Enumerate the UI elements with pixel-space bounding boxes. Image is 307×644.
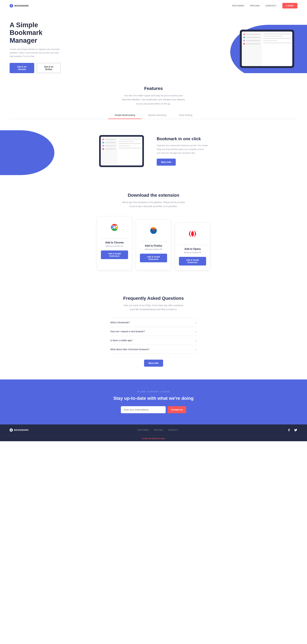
creator-text: Created By @parashcodes: [9, 438, 298, 440]
tab-simple-bookmarking[interactable]: Simple Bookmarking: [108, 112, 141, 119]
mockup-sidebar: [101, 137, 117, 166]
hero-subtitle: A clean and simple interface to organize…: [9, 48, 61, 58]
opera-version: Minimum version 46: [184, 252, 201, 254]
faq-item-3[interactable]: Is there a mobile app? ⌄: [110, 336, 197, 345]
chrome-divider: [101, 238, 128, 238]
chrome-card: Add to Chrome Minimum version 62 Add & I…: [97, 216, 132, 270]
bookmark-more-info-button[interactable]: More Info: [157, 158, 176, 166]
newsletter-badge: 35,000+ ALREADY JOINED: [9, 391, 298, 392]
firefox-title: Add to Firefox: [145, 244, 162, 247]
extension-cards: Add to Chrome Minimum version 62 Add & I…: [9, 216, 298, 270]
opera-icon: [187, 229, 198, 239]
footer-social: [287, 428, 298, 432]
faq-more-info-button[interactable]: More Info: [144, 360, 163, 367]
chevron-down-icon-3: ⌄: [195, 339, 197, 342]
get-chrome-button[interactable]: Get it on chrome: [9, 63, 34, 73]
faq-subtitle: Here are some of our FAQs. If you have a…: [121, 304, 186, 312]
mockup-screen: [101, 137, 142, 166]
nav-features[interactable]: FEATURES: [232, 4, 244, 7]
bookmark-blob: [0, 130, 54, 175]
chrome-icon: [109, 222, 120, 232]
opera-title: Add to Opera: [184, 248, 201, 250]
features-title: Features: [9, 86, 298, 91]
hero-image: [61, 30, 298, 65]
faq-question-3: Is there a mobile app?: [110, 339, 133, 342]
tab-easy-sharing[interactable]: Easy Sharing: [173, 112, 199, 119]
navbar: B BOOKMARK FEATURES PRICING CONTACT LOGI…: [0, 0, 307, 12]
faq-item-2[interactable]: How can I request a new browser? ⌄: [110, 327, 197, 336]
bookmark-mockup: [99, 135, 144, 167]
footer: BOOKMARK FEATURES PRICING CONTACT: [0, 424, 307, 436]
faq-item-1[interactable]: What is Bookmark? ⌄: [110, 318, 197, 327]
features-subtitle: Our aim is to make it quick and easy for…: [121, 94, 186, 106]
tablet-content: [262, 32, 292, 66]
features-section: Features Our aim is to make it quick and…: [0, 73, 307, 126]
nav-contact[interactable]: CONTACT: [266, 4, 277, 7]
contact-us-button[interactable]: Contact us: [168, 406, 186, 413]
logo-text: BOOKMARK: [14, 4, 29, 7]
faq-list: What is Bookmark? ⌄ How can I request a …: [110, 318, 197, 354]
bookmark-title: Bookmark in one click: [157, 136, 208, 141]
feature-tabs: Simple Bookmarking Speedy Searching Easy…: [9, 112, 298, 119]
opera-install-button[interactable]: Add & Install Extension: [179, 257, 206, 266]
download-section: Download the extension We've got more br…: [0, 180, 307, 283]
hero-title: A Simple Bookmark Manager: [9, 21, 61, 44]
tablet-sidebar: [242, 32, 262, 66]
svg-point-9: [191, 230, 194, 237]
newsletter-form: Contact us: [9, 406, 298, 413]
nav-pricing[interactable]: PRICING: [250, 4, 260, 7]
chevron-down-icon-2: ⌄: [195, 330, 197, 333]
twitter-icon[interactable]: [294, 428, 298, 432]
logo-icon: B: [9, 4, 13, 8]
facebook-icon[interactable]: [287, 428, 291, 432]
firefox-icon: [148, 226, 159, 236]
bookmark-section: Bookmark in one click Organize your book…: [0, 126, 307, 180]
download-title: Download the extension: [9, 193, 298, 198]
email-input[interactable]: [121, 406, 166, 413]
login-button[interactable]: LOGIN: [282, 3, 298, 8]
faq-item-4[interactable]: What about other Chromium browsers? ⌄: [110, 345, 197, 354]
firefox-card: Add to Firefox Minimum version 55 Add & …: [136, 220, 171, 270]
download-subtitle: We've got more browsers in the pipeline.…: [121, 200, 186, 208]
faq-title: Frequently Asked Questions: [9, 296, 298, 301]
chevron-down-icon-1: ⌄: [195, 321, 197, 324]
tablet-screen: [242, 32, 292, 66]
footer-contact-link[interactable]: CONTACT: [168, 429, 178, 431]
faq-section: Frequently Asked Questions Here are some…: [0, 283, 307, 380]
newsletter-title: Stay up-to-date with what we're doing: [9, 396, 298, 401]
firefox-divider: [140, 242, 167, 242]
tab-speedy-searching[interactable]: Speedy Searching: [141, 112, 173, 119]
faq-question-4: What about other Chromium browsers?: [110, 348, 149, 351]
logo[interactable]: B BOOKMARK: [9, 4, 29, 8]
mockup-content: [117, 137, 142, 166]
footer-pricing-link[interactable]: PRICING: [154, 429, 163, 431]
footer-logo-text: BOOKMARK: [14, 429, 29, 431]
hero-section: A Simple Bookmark Manager A clean and si…: [0, 12, 307, 73]
hero-buttons: Get it on chrome Get it on firefox: [9, 63, 61, 73]
footer-logo: BOOKMARK: [9, 428, 29, 432]
chrome-install-button[interactable]: Add & Install Extension: [101, 250, 128, 259]
bookmark-text: Bookmark in one click Organize your book…: [157, 136, 208, 166]
creator-bar: Created By @parashcodes: [0, 436, 307, 441]
footer-logo-icon: [9, 428, 13, 432]
footer-features-link[interactable]: FEATURES: [137, 429, 149, 431]
nav-links: FEATURES PRICING CONTACT LOGIN: [232, 3, 298, 8]
opera-divider: [179, 245, 206, 245]
get-firefox-button[interactable]: Get it on firefox: [37, 63, 61, 73]
faq-question-1: What is Bookmark?: [110, 321, 130, 324]
footer-links: FEATURES PRICING CONTACT: [137, 429, 178, 431]
chevron-down-icon-4: ⌄: [195, 348, 197, 351]
hero-text: A Simple Bookmark Manager A clean and si…: [9, 21, 61, 73]
firefox-version: Minimum version 55: [145, 248, 162, 250]
firefox-install-button[interactable]: Add & Install Extension: [140, 254, 167, 262]
svg-point-2: [113, 226, 116, 228]
svg-point-6: [152, 229, 155, 232]
chrome-title: Add to Chrome: [105, 241, 124, 244]
opera-card: Add to Opera Minimum version 46 Add & In…: [175, 223, 210, 270]
bookmark-description: Organize your bookmarks however you like…: [157, 144, 208, 155]
faq-question-2: How can I request a new browser?: [110, 330, 145, 333]
hero-tablet: [240, 30, 294, 68]
newsletter-section: 35,000+ ALREADY JOINED Stay up-to-date w…: [0, 380, 307, 424]
chrome-version: Minimum version 62: [106, 245, 123, 247]
